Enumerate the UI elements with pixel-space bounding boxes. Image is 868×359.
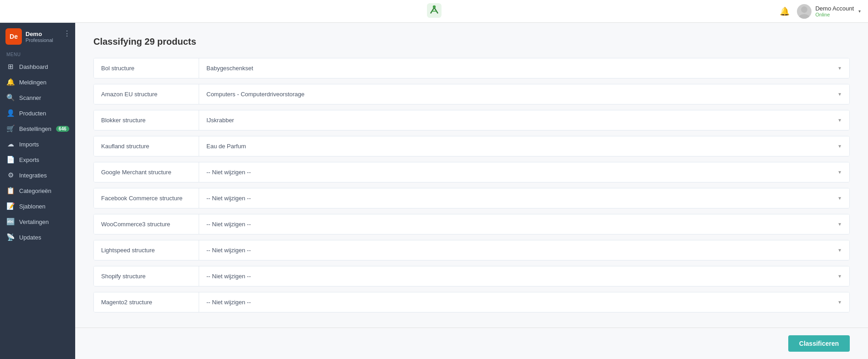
sidebar-item-bestellingen[interactable]: 🛒 Bestellingen 646 <box>0 121 75 136</box>
svg-point-3 <box>799 14 810 19</box>
select-chevron-icon: ▼ <box>837 118 842 123</box>
export-icon: 📄 <box>6 156 15 164</box>
bestellingen-badge: 646 <box>56 126 69 132</box>
sidebar-item-categorieen[interactable]: 📋 Categorieën <box>0 183 75 198</box>
main-content: Classifying 29 products Bol structure Ba… <box>75 23 868 328</box>
sidebar: De Demo Professional ⋮ Menu ⊞ Dashboard … <box>0 23 75 359</box>
structure-label-bol: Bol structure <box>94 58 199 78</box>
select-chevron-icon: ▼ <box>837 222 842 227</box>
avatar <box>797 4 812 19</box>
page-title: Classifying 29 products <box>93 36 850 47</box>
structure-value-blokker: IJskrabber <box>206 117 234 124</box>
structure-row-google-merchant: Google Merchant structure -- Niet wijzig… <box>93 162 850 182</box>
structure-select-facebook-commerce[interactable]: -- Niet wijzigen -- ▼ <box>199 188 849 208</box>
translate-icon: 🔤 <box>6 218 15 226</box>
structure-label-lightspeed: Lightspeed structure <box>94 240 199 260</box>
sidebar-item-label: Bestellingen <box>19 125 51 132</box>
structure-value-bol: Babygeschenkset <box>206 65 253 72</box>
structure-row-amazon-eu: Amazon EU structure Computers - Computer… <box>93 84 850 104</box>
sidebar-item-label: Integraties <box>19 172 69 179</box>
sidebar-item-label: Imports <box>19 141 69 148</box>
main-layout: De Demo Professional ⋮ Menu ⊞ Dashboard … <box>0 23 868 359</box>
structure-label-shopify: Shopify structure <box>94 266 199 286</box>
updates-icon: 📡 <box>6 233 15 241</box>
sidebar-item-label: Vertalingen <box>19 219 69 225</box>
svg-point-2 <box>801 6 807 13</box>
sidebar-item-label: Producten <box>19 110 69 117</box>
structure-select-lightspeed[interactable]: -- Niet wijzigen -- ▼ <box>199 240 849 260</box>
sidebar-item-meldingen[interactable]: 🔔 Meldingen <box>0 74 75 90</box>
structure-label-facebook-commerce: Facebook Commerce structure <box>94 188 199 208</box>
user-text: Demo Account Online <box>815 5 854 17</box>
structure-row-lightspeed: Lightspeed structure -- Niet wijzigen --… <box>93 240 850 260</box>
sidebar-item-label: Categorieën <box>19 187 69 194</box>
structure-select-blokker[interactable]: IJskrabber ▼ <box>199 110 849 130</box>
structure-value-google-merchant: -- Niet wijzigen -- <box>206 169 251 176</box>
sidebar-item-integraties[interactable]: ⚙ Integraties <box>0 167 75 183</box>
user-icon: 👤 <box>6 109 15 117</box>
sidebar-item-dashboard[interactable]: ⊞ Dashboard <box>0 59 75 74</box>
structure-label-google-merchant: Google Merchant structure <box>94 162 199 182</box>
top-header: 🔔 Demo Account Online ▾ <box>0 0 868 23</box>
header-right: 🔔 Demo Account Online ▾ <box>780 4 861 19</box>
user-name: Demo Account <box>815 5 854 12</box>
structure-label-amazon-eu: Amazon EU structure <box>94 84 199 104</box>
structure-select-woocommerce3[interactable]: -- Niet wijzigen -- ▼ <box>199 214 849 234</box>
select-chevron-icon: ▼ <box>837 248 842 253</box>
sidebar-item-label: Exports <box>19 156 69 163</box>
structure-select-shopify[interactable]: -- Niet wijzigen -- ▼ <box>199 266 849 286</box>
list-icon: 📋 <box>6 187 15 195</box>
sidebar-item-label: Scanner <box>19 94 69 101</box>
select-chevron-icon: ▼ <box>837 300 842 305</box>
structure-select-bol[interactable]: Babygeschenkset ▼ <box>199 58 849 78</box>
structure-select-kaufland[interactable]: Eau de Parfum ▼ <box>199 136 849 156</box>
structure-value-facebook-commerce: -- Niet wijzigen -- <box>206 195 251 202</box>
template-icon: 📝 <box>6 202 15 210</box>
bell-icon: 🔔 <box>6 78 15 86</box>
sidebar-item-producten[interactable]: 👤 Producten <box>0 105 75 121</box>
structure-row-facebook-commerce: Facebook Commerce structure -- Niet wijz… <box>93 188 850 208</box>
user-menu-chevron-icon: ▾ <box>858 9 861 14</box>
sidebar-item-label: Dashboard <box>19 63 69 70</box>
structure-select-google-merchant[interactable]: -- Niet wijzigen -- ▼ <box>199 162 849 182</box>
sidebar-item-updates[interactable]: 📡 Updates <box>0 229 75 245</box>
sidebar-item-vertalingen[interactable]: 🔤 Vertalingen <box>0 214 75 229</box>
classify-button[interactable]: Classificeren <box>788 335 850 352</box>
select-chevron-icon: ▼ <box>837 144 842 149</box>
user-menu[interactable]: Demo Account Online ▾ <box>797 4 861 19</box>
structure-row-bol: Bol structure Babygeschenkset ▼ <box>93 58 850 78</box>
structure-value-magento2: -- Niet wijzigen -- <box>206 299 251 306</box>
app-logo-icon <box>427 3 442 18</box>
brand-avatar: De <box>5 28 22 45</box>
structure-label-kaufland: Kaufland structure <box>94 136 199 156</box>
header-center <box>427 3 442 20</box>
structure-select-magento2[interactable]: -- Niet wijzigen -- ▼ <box>199 292 849 312</box>
dashboard-icon: ⊞ <box>6 62 15 71</box>
structure-value-kaufland: Eau de Parfum <box>206 143 246 150</box>
structure-value-lightspeed: -- Niet wijzigen -- <box>206 247 251 254</box>
select-chevron-icon: ▼ <box>837 196 842 201</box>
menu-label: Menu <box>0 48 75 59</box>
structure-row-woocommerce3: WooCommerce3 structure -- Niet wijzigen … <box>93 214 850 234</box>
brand-menu-dots-icon[interactable]: ⋮ <box>63 29 71 38</box>
gear-icon: ⚙ <box>6 171 15 179</box>
cart-icon: 🛒 <box>6 125 15 133</box>
structure-form: Bol structure Babygeschenkset ▼ Amazon E… <box>93 58 850 312</box>
select-chevron-icon: ▼ <box>837 170 842 175</box>
sidebar-item-scanner[interactable]: 🔍 Scanner <box>0 90 75 105</box>
sidebar-item-exports[interactable]: 📄 Exports <box>0 152 75 167</box>
action-bar: Classificeren <box>75 328 868 359</box>
structure-value-woocommerce3: -- Niet wijzigen -- <box>206 221 251 228</box>
structure-select-amazon-eu[interactable]: Computers - Computerdriveorstorage ▼ <box>199 84 849 104</box>
structure-value-amazon-eu: Computers - Computerdriveorstorage <box>206 91 304 98</box>
select-chevron-icon: ▼ <box>837 66 842 71</box>
sidebar-item-imports[interactable]: ☁ Imports <box>0 136 75 152</box>
user-status: Online <box>815 12 854 17</box>
sidebar-item-sjablonen[interactable]: 📝 Sjablonen <box>0 198 75 214</box>
search-icon: 🔍 <box>6 94 15 102</box>
cloud-icon: ☁ <box>6 140 15 148</box>
structure-label-blokker: Blokker structure <box>94 110 199 130</box>
notification-bell-icon[interactable]: 🔔 <box>780 6 790 16</box>
brand-name: Demo <box>26 31 53 37</box>
select-chevron-icon: ▼ <box>837 274 842 279</box>
